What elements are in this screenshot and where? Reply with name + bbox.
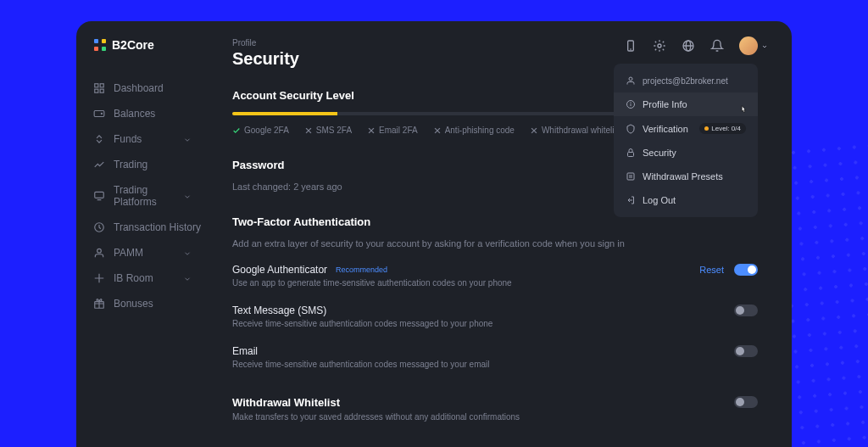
transfer-icon bbox=[93, 133, 105, 145]
toggle-withdrawal-whitelist[interactable] bbox=[734, 396, 758, 408]
twofa-method-desc: Use an app to generate time-sensitive au… bbox=[232, 278, 699, 288]
dropdown-email: projects@b2broker.net bbox=[614, 69, 758, 92]
profile-dropdown: projects@b2broker.net Profile Info Verif… bbox=[614, 64, 758, 217]
password-title: Password bbox=[232, 159, 342, 171]
whitelist-title: Withdrawal Whitelist bbox=[232, 396, 734, 409]
sidebar-item-trading[interactable]: Trading bbox=[93, 152, 212, 177]
sidebar-item-pamm[interactable]: PAMM bbox=[93, 240, 212, 265]
svg-point-32 bbox=[631, 103, 632, 103]
reset-link[interactable]: Reset bbox=[699, 265, 724, 275]
sidebar: B2Core Dashboard Balances Funds Trading … bbox=[76, 21, 212, 447]
sidebar-item-balances[interactable]: Balances bbox=[93, 101, 212, 126]
x-icon bbox=[433, 126, 442, 135]
twofa-method-name: Google Authenticator bbox=[232, 264, 327, 276]
toggle-sms-2fa[interactable] bbox=[734, 305, 758, 316]
sidebar-item-ib-room[interactable]: IB Room bbox=[93, 265, 212, 291]
twofa-google: Google Authenticator Recommended Use an … bbox=[232, 264, 758, 288]
check-email-2fa: Email 2FA bbox=[367, 126, 418, 135]
svg-point-29 bbox=[629, 77, 632, 81]
svg-rect-0 bbox=[94, 39, 98, 43]
preset-icon bbox=[626, 171, 636, 182]
logout-icon bbox=[626, 195, 636, 205]
svg-point-17 bbox=[658, 44, 661, 47]
avatar[interactable] bbox=[739, 36, 758, 55]
brand-text: B2Core bbox=[112, 38, 154, 52]
dropdown-withdrawal-presets[interactable]: Withdrawal Presets bbox=[614, 165, 758, 188]
dropdown-profile-info[interactable]: Profile Info bbox=[614, 92, 758, 116]
withdrawal-whitelist-section: Withdrawal Whitelist Make transfers to y… bbox=[232, 396, 758, 422]
check-withdrawal-whitelist: Whithdrawal whitelist bbox=[530, 126, 620, 135]
chevron-down-icon bbox=[183, 274, 192, 282]
svg-point-9 bbox=[101, 113, 102, 114]
check-google-2fa: Google 2FA bbox=[232, 126, 289, 135]
dashboard-icon bbox=[93, 82, 105, 94]
lock-icon bbox=[626, 148, 636, 158]
chevron-down-icon bbox=[183, 135, 192, 143]
topbar bbox=[624, 36, 758, 55]
nav-label: Bonuses bbox=[114, 298, 153, 310]
globe-icon[interactable] bbox=[682, 39, 695, 53]
nav-label: Trading bbox=[114, 159, 147, 170]
svg-rect-1 bbox=[102, 39, 106, 43]
dropdown-verification[interactable]: Verification Level: 0/4 bbox=[614, 116, 758, 141]
user-icon bbox=[626, 75, 636, 86]
logo-icon bbox=[93, 38, 107, 52]
toggle-google-2fa[interactable] bbox=[734, 264, 758, 276]
progress-fill bbox=[232, 112, 337, 115]
nav-label: Transaction History bbox=[114, 221, 201, 233]
sidebar-item-funds[interactable]: Funds bbox=[93, 126, 212, 152]
twofa-subtitle: Add an extra layer of security to your a… bbox=[232, 238, 758, 249]
svg-rect-8 bbox=[94, 111, 104, 117]
svg-rect-10 bbox=[95, 192, 104, 198]
info-icon bbox=[626, 99, 636, 109]
sidebar-item-trading-platforms[interactable]: Trading Platforms bbox=[93, 177, 212, 215]
nav-label: Balances bbox=[114, 108, 155, 120]
level-badge: Level: 0/4 bbox=[699, 123, 746, 134]
twofa-method-name: Text Message (SMS) bbox=[232, 305, 326, 316]
svg-rect-4 bbox=[95, 84, 98, 87]
dropdown-security[interactable]: Security bbox=[614, 141, 758, 165]
chart-icon bbox=[93, 159, 105, 170]
svg-rect-34 bbox=[627, 173, 634, 180]
svg-rect-3 bbox=[102, 47, 106, 51]
twofa-sms: Text Message (SMS) Receive time-sensitiv… bbox=[232, 305, 758, 328]
platform-icon bbox=[93, 190, 105, 202]
chevron-down-icon bbox=[761, 38, 768, 53]
svg-rect-2 bbox=[94, 47, 98, 51]
gear-icon[interactable] bbox=[653, 39, 666, 53]
svg-rect-7 bbox=[100, 89, 103, 92]
nav-label: Dashboard bbox=[114, 82, 164, 94]
x-icon bbox=[530, 126, 538, 135]
level-dot-icon bbox=[704, 126, 709, 131]
svg-rect-5 bbox=[100, 84, 103, 87]
twofa-email: Email Receive time-sensitive authenticat… bbox=[232, 345, 758, 369]
wallet-icon bbox=[93, 108, 105, 120]
svg-point-13 bbox=[97, 249, 102, 253]
sidebar-item-dashboard[interactable]: Dashboard bbox=[93, 75, 212, 101]
nav-label: IB Room bbox=[114, 272, 153, 284]
shield-icon bbox=[626, 124, 636, 134]
twofa-title: Two-Factor Authentication bbox=[232, 215, 758, 228]
sidebar-item-transaction-history[interactable]: Transaction History bbox=[93, 215, 212, 240]
mobile-icon[interactable] bbox=[624, 39, 637, 53]
brand-logo[interactable]: B2Core bbox=[93, 38, 212, 52]
nav-label: Funds bbox=[114, 133, 142, 145]
dropdown-logout[interactable]: Log Out bbox=[614, 188, 758, 212]
sidebar-item-bonuses[interactable]: Bonuses bbox=[93, 291, 212, 316]
main-content: Profile Security Account Security Level … bbox=[212, 21, 792, 447]
bell-icon[interactable] bbox=[710, 39, 724, 53]
check-icon bbox=[232, 126, 241, 135]
whitelist-desc: Make transfers to your saved addresses w… bbox=[232, 412, 734, 422]
twofa-method-desc: Receive time-sensitive authentication co… bbox=[232, 319, 734, 328]
history-icon bbox=[93, 221, 105, 233]
chevron-down-icon bbox=[183, 192, 192, 200]
bonus-icon bbox=[93, 298, 105, 310]
app-window: B2Core Dashboard Balances Funds Trading … bbox=[76, 21, 792, 447]
nav-label: Trading Platforms bbox=[114, 184, 175, 208]
toggle-email-2fa[interactable] bbox=[734, 345, 758, 357]
check-sms-2fa: SMS 2FA bbox=[304, 126, 352, 135]
pamm-icon bbox=[93, 247, 105, 259]
svg-rect-6 bbox=[95, 89, 98, 92]
svg-rect-33 bbox=[628, 153, 634, 157]
ib-icon bbox=[93, 272, 105, 284]
